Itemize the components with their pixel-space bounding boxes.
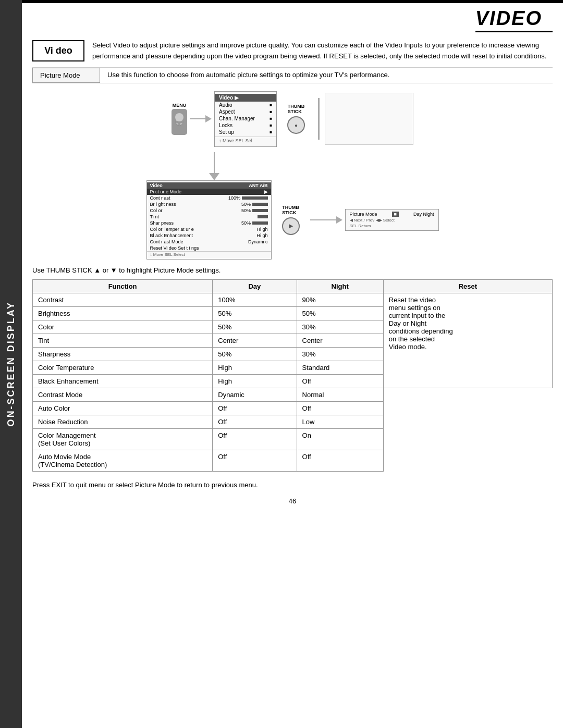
cell-night: 90% bbox=[297, 293, 383, 306]
cell-day: Off bbox=[213, 428, 297, 450]
cell-function: Black Enhancement bbox=[33, 374, 213, 388]
pm-result-footer1: ◀ Next / Prev ◀▶ Select bbox=[350, 218, 434, 223]
cell-function: Contrast bbox=[33, 293, 213, 306]
menu-box-footer: ↕ Move SEL Sel bbox=[215, 137, 276, 144]
cell-night: Center bbox=[297, 334, 383, 347]
function-table: Function Day Night Reset Contrast100%90%… bbox=[32, 279, 553, 472]
picture-mode-row: Picture Mode Use this function to choose… bbox=[32, 67, 553, 83]
remote-shape-top bbox=[172, 109, 187, 135]
col-night: Night bbox=[297, 279, 383, 293]
cell-function: Color Management(Set User Colors) bbox=[33, 428, 213, 450]
cell-day: Center bbox=[213, 334, 297, 347]
page-number: 46 bbox=[22, 493, 563, 509]
cell-night: 30% bbox=[297, 320, 383, 334]
cell-day: 50% bbox=[213, 306, 297, 320]
menu-item-aspect: Aspect■ bbox=[215, 108, 276, 115]
right-box-top bbox=[325, 93, 413, 145]
cell-night: Low bbox=[297, 415, 383, 428]
vsb-row-picture-mode: Pi ct ur e Mode▶ bbox=[147, 189, 271, 195]
sidebar-label: ON-SCREEN DISPLAY bbox=[6, 301, 17, 426]
cell-function: Auto Color bbox=[33, 401, 213, 415]
cell-day: High bbox=[213, 374, 297, 388]
pm-result-box: Picture Mode ■ Day Night ◀ Next / Prev ◀… bbox=[345, 209, 439, 231]
table-row: Auto Movie Mode(TV/Cinema Detection)OffO… bbox=[33, 450, 553, 471]
bracket-right bbox=[318, 98, 320, 140]
cell-function: Contrast Mode bbox=[33, 388, 213, 401]
cell-function: Sharpness bbox=[33, 347, 213, 361]
svg-rect-2 bbox=[176, 121, 182, 123]
cell-day: 100% bbox=[213, 293, 297, 306]
thumb-stick-label-top: THUMBSTICK bbox=[288, 104, 305, 114]
col-reset: Reset bbox=[383, 279, 552, 293]
thumb-stick-btn-top[interactable]: ● bbox=[287, 116, 305, 134]
title-area: VIDEO bbox=[22, 3, 563, 32]
pm-result-row-label: Picture Mode ■ Day Night bbox=[350, 212, 434, 217]
menu-item-setup: Set up■ bbox=[215, 129, 276, 135]
vsb-title: VideoANT A/B bbox=[147, 182, 271, 189]
col-day: Day bbox=[213, 279, 297, 293]
picture-mode-label: Picture Mode bbox=[32, 68, 100, 83]
footer-text: Press EXIT to quit menu or select Pictur… bbox=[22, 477, 563, 493]
intro-label: Vi deo bbox=[32, 40, 84, 61]
vsb-row-contrast-mode: Cont r ast ModeDynami c bbox=[147, 239, 271, 245]
menu-item-chan: Chan. Manager■ bbox=[215, 115, 276, 122]
cell-function: Noise Reduction bbox=[33, 415, 213, 428]
cell-function: Color Temperature bbox=[33, 361, 213, 374]
remote-icon-top: MENU bbox=[172, 103, 187, 135]
cell-function: Auto Movie Mode(TV/Cinema Detection) bbox=[33, 450, 213, 471]
down-connector bbox=[209, 152, 219, 180]
vsb-row-color: Col or50% bbox=[147, 207, 271, 214]
vsb-row-color-temp: Col or Temper at ur eHi gh bbox=[147, 226, 271, 232]
pm-result-footer2: SEL Return bbox=[350, 224, 434, 228]
col-function: Function bbox=[33, 279, 213, 293]
cell-function: Tint bbox=[33, 334, 213, 347]
cell-night: Standard bbox=[297, 361, 383, 374]
vsb-footer: ↕ Move SEL Select bbox=[147, 251, 271, 257]
cell-function: Color bbox=[33, 320, 213, 334]
cell-night: On bbox=[297, 428, 383, 450]
vsb-row-sharpness: Shar pness50% bbox=[147, 220, 271, 226]
table-row: Contrast ModeDynamicNormal bbox=[33, 388, 553, 401]
thumb-stick-btn-bottom[interactable]: ▶ bbox=[282, 217, 300, 235]
cell-function: Brightness bbox=[33, 306, 213, 320]
menu-item-locks: Locks■ bbox=[215, 122, 276, 129]
cell-day: 50% bbox=[213, 320, 297, 334]
intro-section: Vi deo Select Video to adjust picture se… bbox=[22, 32, 563, 67]
menu-box-title: Video ▶ bbox=[215, 94, 276, 102]
sidebar: ON-SCREEN DISPLAY bbox=[0, 0, 22, 728]
arrow-to-menu bbox=[190, 115, 212, 122]
vsb-row-tint: Ti nt bbox=[147, 214, 271, 220]
page-title: VIDEO bbox=[475, 7, 553, 32]
cell-day: Dynamic bbox=[213, 388, 297, 401]
cell-night: Normal bbox=[297, 388, 383, 401]
cell-day: High bbox=[213, 361, 297, 374]
cell-day: Off bbox=[213, 450, 297, 471]
cell-night: Off bbox=[297, 401, 383, 415]
video-settings-box: VideoANT A/B Pi ct ur e Mode▶ Cont r ast… bbox=[146, 180, 272, 260]
main-menu-box: Video ▶ Audio■ Aspect■ Chan. Manager■ Lo… bbox=[214, 91, 277, 147]
vsb-row-brightness: Br i ght ness50% bbox=[147, 201, 271, 207]
diagram-top-section: MENU Video ▶ Audio■ Aspect■ bbox=[22, 89, 563, 262]
vsb-row-reset: Reset Vi deo Set t i ngs bbox=[147, 245, 271, 251]
cell-night: 50% bbox=[297, 306, 383, 320]
cell-day: Off bbox=[213, 415, 297, 428]
table-row: Auto ColorOffOff bbox=[33, 401, 553, 415]
vsb-row-contrast: Cont r ast100% bbox=[147, 195, 271, 201]
menu-item-audio: Audio■ bbox=[215, 102, 276, 108]
table-row: Noise ReductionOffLow bbox=[33, 415, 553, 428]
table-row: Contrast100%90%Reset the video menu sett… bbox=[33, 293, 553, 306]
table-row: Color Management(Set User Colors)OffOn bbox=[33, 428, 553, 450]
thumb-stick-label-bottom: THUMBSTICK bbox=[282, 205, 299, 215]
cell-day: 50% bbox=[213, 347, 297, 361]
intro-text: Select Video to adjust picture settings … bbox=[92, 40, 553, 62]
cell-night: Off bbox=[297, 450, 383, 471]
cell-reset: Reset the video menu settings on current… bbox=[383, 293, 552, 388]
picture-mode-desc: Use this function to choose from automat… bbox=[100, 68, 397, 82]
cell-day: Off bbox=[213, 401, 297, 415]
cell-night: 30% bbox=[297, 347, 383, 361]
cell-night: Off bbox=[297, 374, 383, 388]
vsb-row-black-enh: Bl ack EnhancementHi gh bbox=[147, 232, 271, 239]
instruction-text: Use THUMB STICK ▲ or ▼ to highlight Pict… bbox=[22, 262, 563, 277]
arrow-to-pm bbox=[310, 216, 342, 224]
